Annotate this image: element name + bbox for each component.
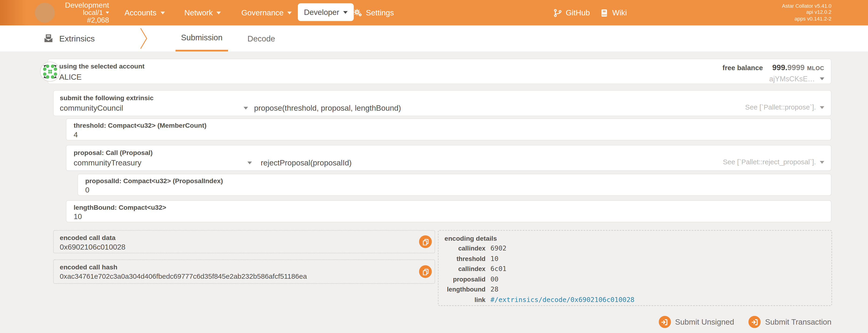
chevron-down-icon bbox=[820, 161, 824, 164]
sign-in-icon bbox=[658, 316, 671, 328]
chevron-down-icon bbox=[247, 161, 252, 164]
encoding-details-title: encoding details bbox=[444, 234, 825, 242]
tab-submission[interactable]: Submission bbox=[175, 25, 228, 52]
encoded-call-hash-label: encoded call hash bbox=[60, 263, 117, 271]
gear-icon bbox=[353, 8, 362, 17]
pallet-selected: communityCouncil bbox=[60, 103, 123, 112]
block-number: #2,068 bbox=[55, 16, 109, 24]
submit-actions: Submit Unsigned Submit Transaction bbox=[658, 316, 832, 328]
account-identicon[interactable] bbox=[40, 61, 60, 84]
network-logo[interactable] bbox=[35, 3, 55, 23]
submit-unsigned-button[interactable]: Submit Unsigned bbox=[658, 316, 734, 328]
sign-in-icon bbox=[749, 316, 761, 328]
encoded-call-hash-box: encoded call hash 0xac34761e702c3a0a304d… bbox=[53, 259, 435, 284]
pallet-select[interactable]: communityCouncil bbox=[60, 103, 248, 112]
encoding-row: callindex 6902 bbox=[444, 243, 825, 254]
nested-pallet-selected: communityTreasury bbox=[74, 158, 142, 167]
arg-length-bound: lengthBound: Compact<u32> 10 bbox=[66, 200, 831, 222]
arg-threshold: threshold: Compact<u32> (MemberCount) 4 bbox=[66, 119, 831, 140]
menu-settings[interactable]: Settings bbox=[353, 0, 394, 25]
chevron-down-icon bbox=[106, 12, 109, 14]
arg-length-bound-label: lengthBound: Compact<u32> bbox=[74, 204, 166, 211]
menu-developer[interactable]: Developer bbox=[298, 3, 353, 21]
chevron-down-icon bbox=[244, 106, 248, 109]
encoding-row: threshold 10 bbox=[444, 254, 825, 264]
encoded-call-data-label: encoded call data bbox=[60, 234, 116, 242]
chain-label: local/1 bbox=[83, 9, 103, 16]
chevron-down-icon bbox=[343, 11, 347, 13]
menu-accounts[interactable]: Accounts bbox=[125, 0, 165, 25]
chevron-separator bbox=[140, 27, 148, 53]
encoding-row: callindex 6c01 bbox=[444, 264, 825, 274]
encoded-call-data-box: encoded call data 0x6902106c010028 bbox=[53, 230, 435, 253]
account-address-short: ajYMsCKsE… bbox=[769, 74, 815, 83]
submit-transaction-button[interactable]: Submit Transaction bbox=[749, 316, 832, 328]
chevron-down-icon bbox=[820, 106, 824, 109]
app-root: Development local/1 #2,068 Accounts Netw… bbox=[0, 0, 868, 333]
nested-method-select[interactable]: rejectProposal(proposalId) bbox=[261, 158, 352, 167]
node-version: Astar Collator v5.41.0 bbox=[782, 3, 831, 9]
account-name[interactable]: ALICE bbox=[59, 72, 145, 81]
tab-decode[interactable]: Decode bbox=[242, 25, 281, 52]
arg-threshold-input[interactable]: 4 bbox=[74, 131, 78, 139]
decode-link[interactable]: #/extrinsics/decode/0x6902106c010028 bbox=[490, 295, 634, 305]
account-card: using the selected account ALICE free ba… bbox=[48, 59, 831, 84]
arg-proposal-id-label: proposalId: Compact<u32> (ProposalIndex) bbox=[85, 177, 223, 185]
account-select[interactable]: ajYMsCKsE… bbox=[722, 74, 824, 83]
encoding-link-row: link #/extrinsics/decode/0x6902106c01002… bbox=[444, 295, 825, 305]
section-title-label: Extrinsics bbox=[59, 34, 95, 43]
encoding-row: proposalid 00 bbox=[444, 274, 825, 285]
arg-threshold-label: threshold: Compact<u32> (MemberCount) bbox=[74, 122, 207, 129]
balance-unit: MLOC bbox=[807, 65, 825, 71]
chevron-down-icon bbox=[820, 77, 824, 80]
book-icon bbox=[600, 9, 609, 17]
arg-proposal: proposal: Call (Proposal) communityTreas… bbox=[66, 145, 831, 171]
network-name: Development bbox=[55, 2, 109, 9]
arg-proposal-id-input[interactable]: 0 bbox=[85, 186, 90, 194]
chevron-down-icon bbox=[287, 11, 292, 14]
menu-governance[interactable]: Governance bbox=[241, 0, 292, 25]
balance-label: free balance bbox=[722, 64, 763, 72]
encoding-row: lengthbound 28 bbox=[444, 285, 825, 295]
arg-proposal-id: proposalId: Compact<u32> (ProposalIndex)… bbox=[78, 174, 831, 196]
balance-value: 999.9999 MLOC bbox=[772, 62, 825, 72]
github-link[interactable]: GitHub bbox=[554, 0, 590, 25]
nested-pallet-select[interactable]: communityTreasury bbox=[74, 158, 252, 167]
network-info[interactable]: Development local/1 #2,068 bbox=[55, 2, 109, 24]
encoding-details-box: encoding details callindex 6902 threshol… bbox=[438, 230, 832, 306]
extrinsic-card: submit the following extrinsic community… bbox=[53, 90, 831, 116]
encoded-call-data-value: 0x6902106c010028 bbox=[60, 243, 125, 251]
arg-proposal-label: proposal: Call (Proposal) bbox=[74, 149, 153, 157]
section-title: Extrinsics bbox=[43, 25, 95, 52]
mail-icon bbox=[43, 33, 54, 43]
nested-method-docs-toggle[interactable]: See [`Pallet::reject_proposal`]. bbox=[723, 158, 825, 166]
version-info: Astar Collator v5.41.0 api v12.0.2 apps … bbox=[782, 3, 831, 22]
apps-version: apps v0.141.2-2 bbox=[782, 16, 831, 22]
account-section-label: using the selected account bbox=[59, 62, 145, 70]
arg-length-bound-input[interactable]: 10 bbox=[74, 212, 82, 221]
method-select[interactable]: propose(threshold, proposal, lengthBound… bbox=[254, 103, 401, 112]
wiki-link[interactable]: Wiki bbox=[600, 0, 627, 25]
chevron-down-icon bbox=[160, 11, 165, 14]
top-navbar: Development local/1 #2,068 Accounts Netw… bbox=[0, 0, 868, 25]
extrinsic-section-label: submit the following extrinsic bbox=[60, 94, 153, 102]
chevron-down-icon bbox=[217, 11, 221, 14]
copy-icon bbox=[422, 238, 429, 245]
copy-call-hash-button[interactable] bbox=[419, 265, 432, 278]
copy-call-data-button[interactable] bbox=[419, 235, 432, 248]
copy-icon bbox=[422, 268, 429, 275]
api-version: api v12.0.2 bbox=[782, 9, 831, 16]
tab-bar: Extrinsics Submission Decode bbox=[0, 25, 868, 52]
menu-network[interactable]: Network bbox=[184, 0, 221, 25]
encoded-call-hash-value: 0xac34761e702c3a0a304d406fbedc69777c6d35… bbox=[60, 273, 307, 280]
git-branch-icon bbox=[554, 9, 562, 17]
method-docs-toggle[interactable]: See [`Pallet::propose`]. bbox=[745, 103, 824, 111]
